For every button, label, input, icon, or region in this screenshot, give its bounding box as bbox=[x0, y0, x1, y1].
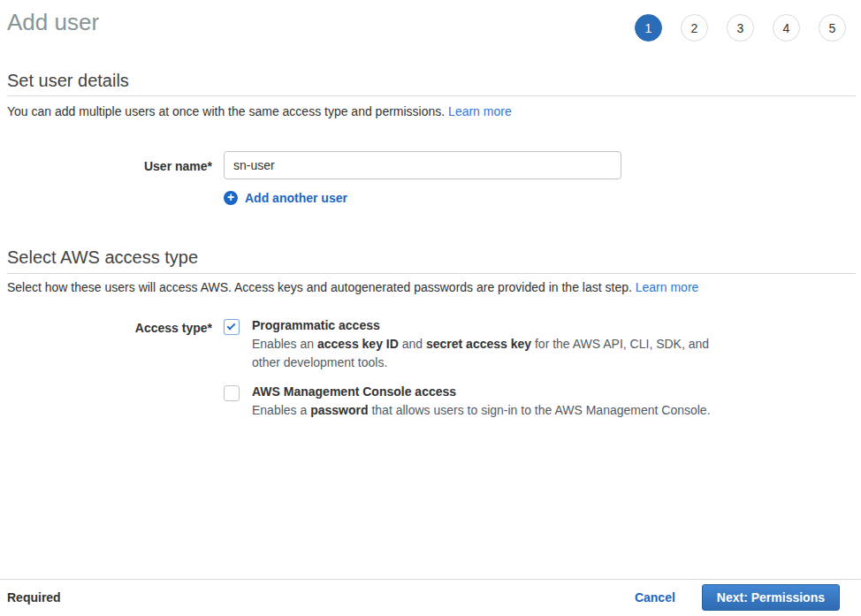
programmatic-access-description: Enables an access key ID and secret acce… bbox=[252, 335, 715, 372]
required-note: Required bbox=[7, 590, 61, 605]
access-type-intro: Select how these users will access AWS. … bbox=[7, 280, 698, 294]
wizard-step-5[interactable]: 5 bbox=[819, 14, 846, 42]
footer-divider bbox=[0, 579, 861, 580]
programmatic-access-checkbox[interactable] bbox=[224, 319, 240, 335]
desc-text: that allows users to sign-in to the AWS … bbox=[369, 403, 711, 417]
user-details-intro: You can add multiple users at once with … bbox=[7, 104, 512, 118]
section-heading-user-details: Set user details bbox=[7, 71, 129, 91]
page-title: Add user bbox=[7, 9, 99, 36]
desc-text-bold: secret access key bbox=[426, 337, 531, 351]
wizard-step-2[interactable]: 2 bbox=[681, 14, 708, 42]
programmatic-access-option: Programmatic access Enables an access ke… bbox=[224, 318, 715, 372]
console-access-description: Enables a password that allows users to … bbox=[252, 401, 711, 420]
add-another-user-label[interactable]: Add another user bbox=[245, 191, 347, 205]
wizard-steps: 1 2 3 4 5 bbox=[635, 14, 846, 42]
user-name-label: User name* bbox=[7, 159, 212, 173]
console-access-checkbox[interactable] bbox=[224, 385, 240, 401]
wizard-step-3[interactable]: 3 bbox=[727, 14, 754, 42]
desc-text: Enables a bbox=[252, 403, 310, 417]
desc-text: Enables an bbox=[252, 337, 317, 351]
access-type-label: Access type* bbox=[7, 321, 212, 335]
console-access-body: AWS Management Console access Enables a … bbox=[252, 384, 711, 420]
wizard-step-1[interactable]: 1 bbox=[635, 14, 662, 42]
access-type-intro-text: Select how these users will access AWS. … bbox=[7, 280, 636, 294]
plus-circle-icon[interactable]: + bbox=[224, 191, 238, 205]
section-divider bbox=[7, 273, 856, 274]
section-divider bbox=[7, 95, 856, 96]
next-permissions-button[interactable]: Next: Permissions bbox=[702, 584, 840, 611]
learn-more-link-access-type[interactable]: Learn more bbox=[636, 280, 699, 294]
section-heading-access-type: Select AWS access type bbox=[7, 247, 198, 268]
footer-actions: Cancel Next: Permissions bbox=[635, 584, 840, 611]
user-name-input[interactable] bbox=[224, 151, 621, 179]
add-another-user-button[interactable]: + Add another user bbox=[224, 191, 347, 205]
desc-text: and bbox=[399, 337, 426, 351]
desc-text-bold: password bbox=[310, 403, 368, 417]
user-details-intro-text: You can add multiple users at once with … bbox=[7, 104, 448, 118]
cancel-button[interactable]: Cancel bbox=[635, 590, 675, 605]
desc-text-bold: access key ID bbox=[317, 337, 399, 351]
add-user-page: Add user 1 2 3 4 5 Set user details You … bbox=[0, 0, 861, 616]
wizard-step-4[interactable]: 4 bbox=[773, 14, 800, 42]
programmatic-access-title[interactable]: Programmatic access bbox=[252, 318, 715, 332]
learn-more-link-user-details[interactable]: Learn more bbox=[448, 104, 512, 118]
programmatic-access-body: Programmatic access Enables an access ke… bbox=[252, 318, 715, 372]
console-access-title[interactable]: AWS Management Console access bbox=[252, 384, 711, 399]
check-icon bbox=[227, 322, 236, 331]
console-access-option: AWS Management Console access Enables a … bbox=[224, 384, 711, 420]
